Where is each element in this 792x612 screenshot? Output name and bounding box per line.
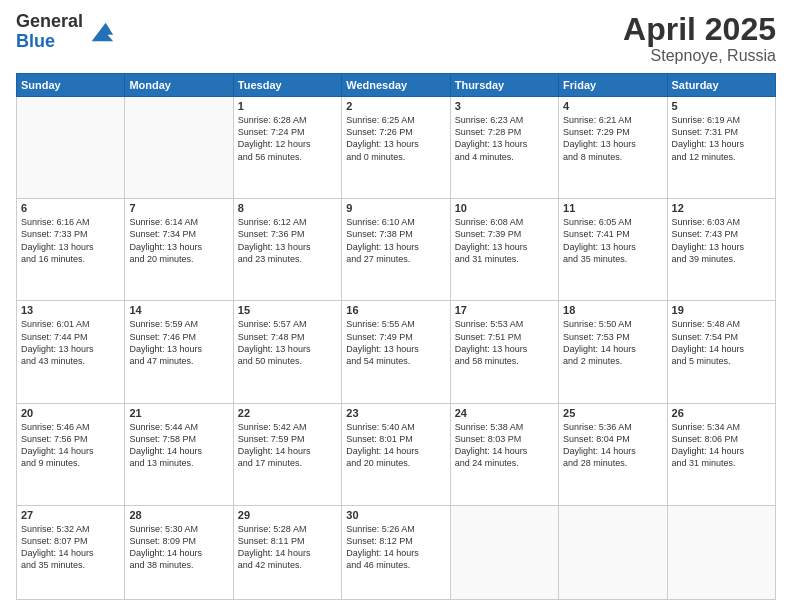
table-row: 19Sunrise: 5:48 AM Sunset: 7:54 PM Dayli… — [667, 301, 775, 403]
col-saturday: Saturday — [667, 74, 775, 97]
day-number: 19 — [672, 304, 771, 316]
day-number: 15 — [238, 304, 337, 316]
col-thursday: Thursday — [450, 74, 558, 97]
table-row: 28Sunrise: 5:30 AM Sunset: 8:09 PM Dayli… — [125, 505, 233, 599]
table-row — [450, 505, 558, 599]
day-info: Sunrise: 5:46 AM Sunset: 7:56 PM Dayligh… — [21, 421, 120, 470]
table-row: 3Sunrise: 6:23 AM Sunset: 7:28 PM Daylig… — [450, 97, 558, 199]
table-row: 5Sunrise: 6:19 AM Sunset: 7:31 PM Daylig… — [667, 97, 775, 199]
day-info: Sunrise: 5:50 AM Sunset: 7:53 PM Dayligh… — [563, 318, 662, 367]
day-info: Sunrise: 6:23 AM Sunset: 7:28 PM Dayligh… — [455, 114, 554, 163]
day-number: 23 — [346, 407, 445, 419]
day-number: 30 — [346, 509, 445, 521]
table-row: 23Sunrise: 5:40 AM Sunset: 8:01 PM Dayli… — [342, 403, 450, 505]
day-info: Sunrise: 6:12 AM Sunset: 7:36 PM Dayligh… — [238, 216, 337, 265]
day-number: 3 — [455, 100, 554, 112]
table-row: 29Sunrise: 5:28 AM Sunset: 8:11 PM Dayli… — [233, 505, 341, 599]
subtitle: Stepnoye, Russia — [623, 47, 776, 65]
month-title: April 2025 — [623, 12, 776, 47]
table-row: 22Sunrise: 5:42 AM Sunset: 7:59 PM Dayli… — [233, 403, 341, 505]
day-info: Sunrise: 5:34 AM Sunset: 8:06 PM Dayligh… — [672, 421, 771, 470]
table-row — [667, 505, 775, 599]
table-row: 17Sunrise: 5:53 AM Sunset: 7:51 PM Dayli… — [450, 301, 558, 403]
logo-general: General — [16, 12, 83, 32]
svg-marker-0 — [92, 22, 113, 41]
table-row — [559, 505, 667, 599]
day-number: 10 — [455, 202, 554, 214]
day-info: Sunrise: 6:28 AM Sunset: 7:24 PM Dayligh… — [238, 114, 337, 163]
table-row: 14Sunrise: 5:59 AM Sunset: 7:46 PM Dayli… — [125, 301, 233, 403]
page: General Blue April 2025 Stepnoye, Russia… — [0, 0, 792, 612]
table-row: 6Sunrise: 6:16 AM Sunset: 7:33 PM Daylig… — [17, 199, 125, 301]
table-row: 20Sunrise: 5:46 AM Sunset: 7:56 PM Dayli… — [17, 403, 125, 505]
week-row-5: 27Sunrise: 5:32 AM Sunset: 8:07 PM Dayli… — [17, 505, 776, 599]
day-number: 5 — [672, 100, 771, 112]
day-info: Sunrise: 6:08 AM Sunset: 7:39 PM Dayligh… — [455, 216, 554, 265]
logo-text: General Blue — [16, 12, 83, 52]
day-number: 25 — [563, 407, 662, 419]
day-info: Sunrise: 5:26 AM Sunset: 8:12 PM Dayligh… — [346, 523, 445, 572]
day-info: Sunrise: 6:01 AM Sunset: 7:44 PM Dayligh… — [21, 318, 120, 367]
col-wednesday: Wednesday — [342, 74, 450, 97]
table-row: 15Sunrise: 5:57 AM Sunset: 7:48 PM Dayli… — [233, 301, 341, 403]
day-info: Sunrise: 5:48 AM Sunset: 7:54 PM Dayligh… — [672, 318, 771, 367]
day-info: Sunrise: 5:28 AM Sunset: 8:11 PM Dayligh… — [238, 523, 337, 572]
logo-icon — [87, 18, 115, 46]
day-info: Sunrise: 5:36 AM Sunset: 8:04 PM Dayligh… — [563, 421, 662, 470]
logo: General Blue — [16, 12, 115, 52]
day-number: 9 — [346, 202, 445, 214]
table-row: 13Sunrise: 6:01 AM Sunset: 7:44 PM Dayli… — [17, 301, 125, 403]
table-row: 16Sunrise: 5:55 AM Sunset: 7:49 PM Dayli… — [342, 301, 450, 403]
day-number: 8 — [238, 202, 337, 214]
col-monday: Monday — [125, 74, 233, 97]
day-number: 2 — [346, 100, 445, 112]
day-info: Sunrise: 5:59 AM Sunset: 7:46 PM Dayligh… — [129, 318, 228, 367]
day-info: Sunrise: 6:03 AM Sunset: 7:43 PM Dayligh… — [672, 216, 771, 265]
day-info: Sunrise: 6:16 AM Sunset: 7:33 PM Dayligh… — [21, 216, 120, 265]
table-row: 10Sunrise: 6:08 AM Sunset: 7:39 PM Dayli… — [450, 199, 558, 301]
day-number: 17 — [455, 304, 554, 316]
day-number: 22 — [238, 407, 337, 419]
day-number: 28 — [129, 509, 228, 521]
table-row: 27Sunrise: 5:32 AM Sunset: 8:07 PM Dayli… — [17, 505, 125, 599]
day-info: Sunrise: 6:05 AM Sunset: 7:41 PM Dayligh… — [563, 216, 662, 265]
day-info: Sunrise: 5:38 AM Sunset: 8:03 PM Dayligh… — [455, 421, 554, 470]
day-number: 14 — [129, 304, 228, 316]
day-info: Sunrise: 5:55 AM Sunset: 7:49 PM Dayligh… — [346, 318, 445, 367]
table-row: 26Sunrise: 5:34 AM Sunset: 8:06 PM Dayli… — [667, 403, 775, 505]
day-info: Sunrise: 6:14 AM Sunset: 7:34 PM Dayligh… — [129, 216, 228, 265]
day-number: 4 — [563, 100, 662, 112]
day-number: 26 — [672, 407, 771, 419]
day-number: 1 — [238, 100, 337, 112]
table-row: 25Sunrise: 5:36 AM Sunset: 8:04 PM Dayli… — [559, 403, 667, 505]
table-row — [17, 97, 125, 199]
day-info: Sunrise: 5:40 AM Sunset: 8:01 PM Dayligh… — [346, 421, 445, 470]
table-row: 9Sunrise: 6:10 AM Sunset: 7:38 PM Daylig… — [342, 199, 450, 301]
header-row: Sunday Monday Tuesday Wednesday Thursday… — [17, 74, 776, 97]
table-row: 8Sunrise: 6:12 AM Sunset: 7:36 PM Daylig… — [233, 199, 341, 301]
day-number: 13 — [21, 304, 120, 316]
day-number: 16 — [346, 304, 445, 316]
day-info: Sunrise: 5:44 AM Sunset: 7:58 PM Dayligh… — [129, 421, 228, 470]
calendar: Sunday Monday Tuesday Wednesday Thursday… — [16, 73, 776, 600]
col-sunday: Sunday — [17, 74, 125, 97]
day-number: 6 — [21, 202, 120, 214]
day-info: Sunrise: 6:10 AM Sunset: 7:38 PM Dayligh… — [346, 216, 445, 265]
day-number: 20 — [21, 407, 120, 419]
day-info: Sunrise: 6:25 AM Sunset: 7:26 PM Dayligh… — [346, 114, 445, 163]
day-number: 18 — [563, 304, 662, 316]
header: General Blue April 2025 Stepnoye, Russia — [16, 12, 776, 65]
day-info: Sunrise: 6:19 AM Sunset: 7:31 PM Dayligh… — [672, 114, 771, 163]
day-number: 11 — [563, 202, 662, 214]
day-info: Sunrise: 5:32 AM Sunset: 8:07 PM Dayligh… — [21, 523, 120, 572]
week-row-4: 20Sunrise: 5:46 AM Sunset: 7:56 PM Dayli… — [17, 403, 776, 505]
day-info: Sunrise: 6:21 AM Sunset: 7:29 PM Dayligh… — [563, 114, 662, 163]
day-info: Sunrise: 5:30 AM Sunset: 8:09 PM Dayligh… — [129, 523, 228, 572]
week-row-2: 6Sunrise: 6:16 AM Sunset: 7:33 PM Daylig… — [17, 199, 776, 301]
day-number: 7 — [129, 202, 228, 214]
table-row: 2Sunrise: 6:25 AM Sunset: 7:26 PM Daylig… — [342, 97, 450, 199]
table-row: 1Sunrise: 6:28 AM Sunset: 7:24 PM Daylig… — [233, 97, 341, 199]
table-row: 18Sunrise: 5:50 AM Sunset: 7:53 PM Dayli… — [559, 301, 667, 403]
col-friday: Friday — [559, 74, 667, 97]
day-info: Sunrise: 5:53 AM Sunset: 7:51 PM Dayligh… — [455, 318, 554, 367]
